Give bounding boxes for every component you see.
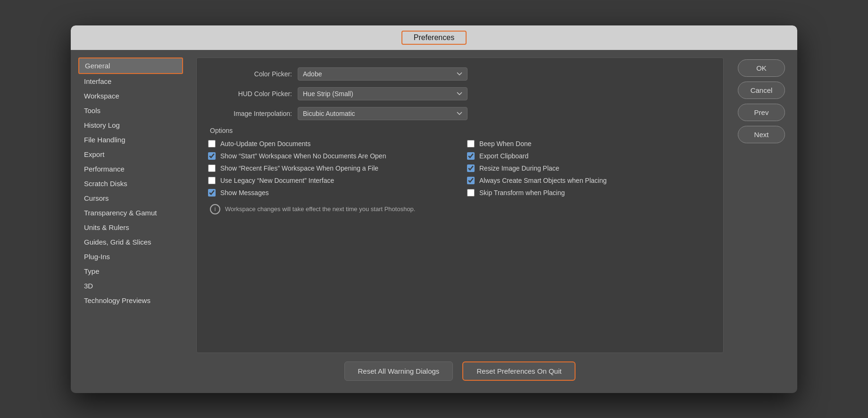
sidebar-item-cursors[interactable]: Cursors — [78, 191, 183, 205]
image-interpolation-select[interactable]: Bicubic Automatic Nearest Neighbor Bilin… — [298, 107, 467, 120]
dialog-title: Preferences — [401, 31, 467, 45]
checkbox-label-resize-image-during-place: Resize Image During Place — [479, 164, 559, 172]
checkbox-show-recent-files[interactable] — [208, 164, 216, 172]
hud-color-picker-label: HUD Color Picker: — [208, 90, 298, 98]
checkbox-label-use-legacy-new-document: Use Legacy “New Document” Interface — [220, 177, 334, 184]
checkbox-row-resize-image-during-place: Resize Image During Place — [467, 164, 712, 172]
sidebar: GeneralInterfaceWorkspaceToolsHistory Lo… — [78, 57, 187, 385]
options-title: Options — [208, 127, 712, 134]
info-text: Workspace changes will take effect the n… — [225, 205, 415, 213]
checkbox-label-always-create-smart-objects: Always Create Smart Objects when Placing — [479, 177, 607, 184]
info-icon: i — [210, 204, 220, 214]
preferences-dialog: Preferences GeneralInterfaceWorkspaceToo… — [71, 25, 797, 393]
sidebar-item-interface[interactable]: Interface — [78, 74, 183, 89]
checkbox-use-legacy-new-document[interactable] — [208, 177, 216, 184]
sidebar-item-plug-ins[interactable]: Plug-Ins — [78, 249, 183, 264]
title-bar: Preferences — [71, 25, 797, 50]
checkbox-label-auto-update: Auto-Update Open Documents — [220, 140, 310, 148]
main-content: Color Picker: Adobe Windows HUD Color Pi… — [187, 57, 733, 385]
prev-button[interactable]: Prev — [738, 104, 785, 121]
checkbox-row-beep-when-done: Beep When Done — [467, 140, 712, 148]
ok-button[interactable]: OK — [738, 59, 785, 77]
next-button[interactable]: Next — [738, 126, 785, 143]
sidebar-item-technology-previews[interactable]: Technology Previews — [78, 293, 183, 308]
checkbox-row-show-start-workspace: Show “Start” Workspace When No Documents… — [208, 152, 453, 160]
sidebar-item-general[interactable]: General — [78, 57, 183, 74]
sidebar-item-3d[interactable]: 3D — [78, 279, 183, 293]
sidebar-item-tools[interactable]: Tools — [78, 103, 183, 118]
hud-color-picker-row: HUD Color Picker: Hue Strip (Small) Hue … — [208, 87, 712, 100]
right-buttons: OK Cancel Prev Next — [733, 57, 790, 385]
options-grid: Auto-Update Open DocumentsBeep When Done… — [208, 140, 712, 197]
hud-color-picker-select[interactable]: Hue Strip (Small) Hue Strip (Medium) Hue… — [298, 87, 467, 100]
image-interpolation-row: Image Interpolation: Bicubic Automatic N… — [208, 107, 712, 120]
color-picker-row: Color Picker: Adobe Windows — [208, 67, 712, 81]
checkbox-row-skip-transform: Skip Transform when Placing — [467, 189, 712, 197]
options-section: Options Auto-Update Open DocumentsBeep W… — [208, 127, 712, 214]
sidebar-item-workspace[interactable]: Workspace — [78, 89, 183, 103]
checkbox-auto-update[interactable] — [208, 140, 216, 148]
sidebar-item-guides-grid-slices[interactable]: Guides, Grid & Slices — [78, 235, 183, 249]
sidebar-item-file-handling[interactable]: File Handling — [78, 132, 183, 147]
checkbox-row-use-legacy-new-document: Use Legacy “New Document” Interface — [208, 177, 453, 184]
checkbox-export-clipboard[interactable] — [467, 152, 475, 160]
dialog-body: GeneralInterfaceWorkspaceToolsHistory Lo… — [71, 50, 797, 393]
checkbox-row-show-recent-files: Show “Recent Files” Workspace When Openi… — [208, 164, 453, 172]
reset-preferences-button[interactable]: Reset Preferences On Quit — [462, 361, 576, 381]
sidebar-item-scratch-disks[interactable]: Scratch Disks — [78, 176, 183, 191]
cancel-button[interactable]: Cancel — [738, 82, 785, 99]
info-row: i Workspace changes will take effect the… — [208, 204, 712, 214]
checkbox-label-show-messages: Show Messages — [220, 189, 269, 197]
checkbox-row-always-create-smart-objects: Always Create Smart Objects when Placing — [467, 177, 712, 184]
sidebar-item-history-log[interactable]: History Log — [78, 118, 183, 132]
checkbox-row-show-messages: Show Messages — [208, 189, 453, 197]
image-interpolation-label: Image Interpolation: — [208, 110, 298, 117]
color-picker-label: Color Picker: — [208, 70, 298, 78]
checkbox-label-show-recent-files: Show “Recent Files” Workspace When Openi… — [220, 164, 378, 172]
checkbox-beep-when-done[interactable] — [467, 140, 475, 148]
color-picker-select[interactable]: Adobe Windows — [298, 67, 467, 81]
settings-area: Color Picker: Adobe Windows HUD Color Pi… — [196, 57, 724, 353]
sidebar-item-export[interactable]: Export — [78, 147, 183, 162]
checkbox-show-start-workspace[interactable] — [208, 152, 216, 160]
sidebar-item-performance[interactable]: Performance — [78, 162, 183, 176]
checkbox-label-export-clipboard: Export Clipboard — [479, 152, 528, 160]
checkbox-resize-image-during-place[interactable] — [467, 164, 475, 172]
checkbox-row-auto-update: Auto-Update Open Documents — [208, 140, 453, 148]
checkbox-label-beep-when-done: Beep When Done — [479, 140, 532, 148]
checkbox-skip-transform[interactable] — [467, 189, 475, 197]
sidebar-item-transparency-gamut[interactable]: Transparency & Gamut — [78, 205, 183, 220]
sidebar-item-type[interactable]: Type — [78, 264, 183, 279]
reset-warnings-button[interactable]: Reset All Warning Dialogs — [344, 361, 453, 381]
checkbox-always-create-smart-objects[interactable] — [467, 177, 475, 184]
checkbox-row-export-clipboard: Export Clipboard — [467, 152, 712, 160]
bottom-buttons: Reset All Warning Dialogs Reset Preferen… — [196, 353, 724, 385]
checkbox-label-skip-transform: Skip Transform when Placing — [479, 189, 565, 197]
checkbox-show-messages[interactable] — [208, 189, 216, 197]
checkbox-label-show-start-workspace: Show “Start” Workspace When No Documents… — [220, 152, 386, 160]
sidebar-item-units-rulers[interactable]: Units & Rulers — [78, 220, 183, 235]
